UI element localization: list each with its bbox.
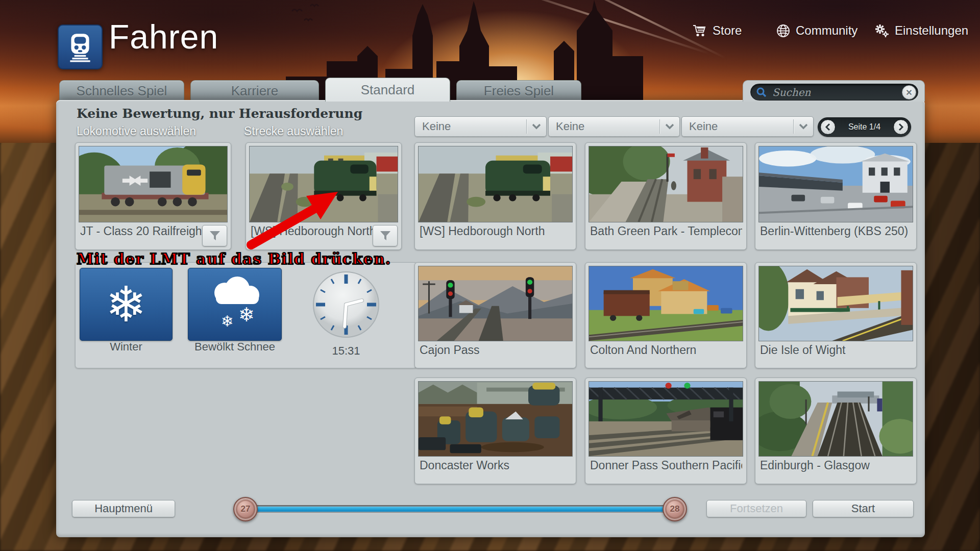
filter-dropdown-2[interactable]: Keine <box>548 116 680 137</box>
nav-community[interactable]: Community <box>776 23 857 38</box>
scenario-slider-fill <box>254 507 672 512</box>
filter-funnel-icon <box>209 230 221 241</box>
nav-store[interactable]: Store <box>693 23 742 38</box>
resume-label: Fortsetzen <box>730 502 783 515</box>
tab-karriere[interactable]: Karriere <box>190 80 319 102</box>
app-logo-train-icon <box>58 24 103 69</box>
selected-locomotive-card[interactable]: JT - Class 20 Railfreight <box>75 142 231 250</box>
route-card-caption: Doncaster Works <box>420 459 572 472</box>
cart-icon <box>693 24 707 37</box>
search-placeholder: Suchen <box>772 86 811 98</box>
page-navigation: Seite 1/4 <box>818 117 911 137</box>
locomotive-column-label: Lokomotive auswählen <box>77 124 196 138</box>
page-title: Fahren <box>109 17 218 56</box>
route-card-thumbnail[interactable] <box>758 146 913 222</box>
snowflake-icon: ❄ <box>106 280 146 329</box>
svg-text:❄: ❄ <box>221 312 234 330</box>
route-card-thumbnail[interactable] <box>418 381 573 457</box>
route-card-donner-pass[interactable]: Donner Pass Southern Pacific <box>585 378 747 484</box>
slider-right-value: 28 <box>670 504 680 514</box>
birds-silhouette <box>292 5 318 20</box>
svg-text:❄: ❄ <box>238 304 255 326</box>
chevron-right-icon <box>898 123 904 131</box>
dropdown-value: Keine <box>422 120 526 133</box>
route-card-hedborough[interactable]: [WS] Hedborough North <box>414 142 576 250</box>
route-card-colton[interactable]: Colton And Northern <box>585 262 747 368</box>
route-card-caption: Cajon Pass <box>420 343 572 357</box>
season-label: Winter <box>80 340 173 354</box>
route-card-cajon-pass[interactable]: Cajon Pass <box>414 262 576 368</box>
slider-handle-left[interactable]: 27 <box>233 497 258 521</box>
route-card-bath-green-park[interactable]: Bath Green Park - Templecombe <box>585 142 747 250</box>
chevron-left-icon <box>825 123 831 131</box>
slider-left-value: 27 <box>241 504 251 514</box>
page-indicator: Seite 1/4 <box>848 122 880 132</box>
search-clear-button[interactable]: ✕ <box>902 85 916 99</box>
route-card-thumbnail[interactable] <box>589 381 743 457</box>
annotation-arrow-icon <box>240 188 360 254</box>
weather-condition-tile[interactable]: ❄ ❄ <box>188 268 282 341</box>
route-card-thumbnail[interactable] <box>589 266 743 341</box>
main-menu-label: Hauptmenü <box>94 502 153 515</box>
time-display: 15:31 <box>321 344 372 358</box>
route-card-edinburgh-glasgow[interactable]: Edinburgh - Glasgow <box>755 378 917 484</box>
chevron-down-icon <box>665 123 674 130</box>
nav-community-label: Community <box>796 23 857 38</box>
resume-button[interactable]: Fortsetzen <box>706 500 806 517</box>
route-card-thumbnail[interactable] <box>758 381 913 457</box>
gear-icon <box>874 23 889 38</box>
search-icon <box>756 87 767 98</box>
season-winter-tile[interactable]: ❄ <box>80 268 173 341</box>
route-column-label: Strecke auswählen <box>244 124 343 138</box>
route-card-caption: Die Isle of Wight <box>760 343 912 357</box>
weather-condition-label: Bewölkt Schnee <box>188 340 282 354</box>
search-area: Suchen ✕ <box>743 80 925 102</box>
tab-standard[interactable]: Standard <box>325 78 450 102</box>
rating-heading: Keine Bewertung, nur Herausforderung <box>77 106 362 121</box>
chevron-down-icon <box>532 123 541 130</box>
cloud-snow-icon: ❄ ❄ <box>202 277 268 333</box>
route-card-caption: Donner Pass Southern Pacific <box>590 459 742 472</box>
analog-clock[interactable] <box>312 270 380 339</box>
route-card-thumbnail[interactable] <box>758 266 913 341</box>
route-card-thumbnail[interactable] <box>418 146 573 222</box>
close-icon: ✕ <box>905 88 912 97</box>
weather-panel: ❄ Winter ❄ ❄ Bewölkt Schnee <box>75 262 417 368</box>
route-card-caption: Bath Green Park - Templecombe <box>590 224 742 238</box>
page-prev-button[interactable] <box>820 119 836 135</box>
search-input[interactable]: Suchen ✕ <box>750 84 918 101</box>
main-panel: Keine Bewertung, nur Herausforderung Lok… <box>56 100 925 537</box>
route-card-caption: [WS] Hedborough North <box>420 224 572 238</box>
page-next-button[interactable] <box>893 119 909 135</box>
tab-label: Standard <box>361 82 415 98</box>
slider-handle-right[interactable]: 28 <box>663 497 687 521</box>
tab-label: Karriere <box>231 83 278 99</box>
tab-freies-spiel[interactable]: Freies Spiel <box>456 80 581 102</box>
route-card-isle-of-wight[interactable]: Die Isle of Wight <box>755 262 917 368</box>
chevron-down-icon <box>799 123 808 130</box>
filter-dropdown-3[interactable]: Keine <box>681 116 814 137</box>
main-menu-button[interactable]: Hauptmenü <box>72 500 175 517</box>
route-card-caption: Colton And Northern <box>590 343 742 357</box>
route-filter-button[interactable] <box>373 225 398 246</box>
filter-dropdown-1[interactable]: Keine <box>414 116 547 137</box>
locomotive-filter-button[interactable] <box>202 225 227 246</box>
route-card-caption: Berlin-Wittenberg (KBS 250) <box>760 224 912 238</box>
route-card-doncaster[interactable]: Doncaster Works <box>414 378 576 484</box>
nav-settings[interactable]: Einstellungen <box>874 23 968 38</box>
nav-settings-label: Einstellungen <box>895 23 968 38</box>
locomotive-thumbnail[interactable] <box>79 146 228 222</box>
route-card-thumbnail[interactable] <box>418 266 573 341</box>
dropdown-value: Keine <box>689 120 793 133</box>
route-card-thumbnail[interactable] <box>589 146 743 222</box>
nav-store-label: Store <box>713 23 742 38</box>
tab-label: Schnelles Spiel <box>77 83 167 99</box>
route-card-caption: Edinburgh - Glasgow <box>760 459 912 472</box>
scenario-slider-track[interactable] <box>253 505 674 513</box>
start-button[interactable]: Start <box>813 500 914 517</box>
tab-label: Freies Spiel <box>484 83 554 99</box>
filter-funnel-icon <box>379 230 391 241</box>
tab-schnelles-spiel[interactable]: Schnelles Spiel <box>59 80 184 102</box>
route-card-berlin-wittenberg[interactable]: Berlin-Wittenberg (KBS 250) <box>755 142 917 250</box>
dropdown-value: Keine <box>556 120 659 133</box>
